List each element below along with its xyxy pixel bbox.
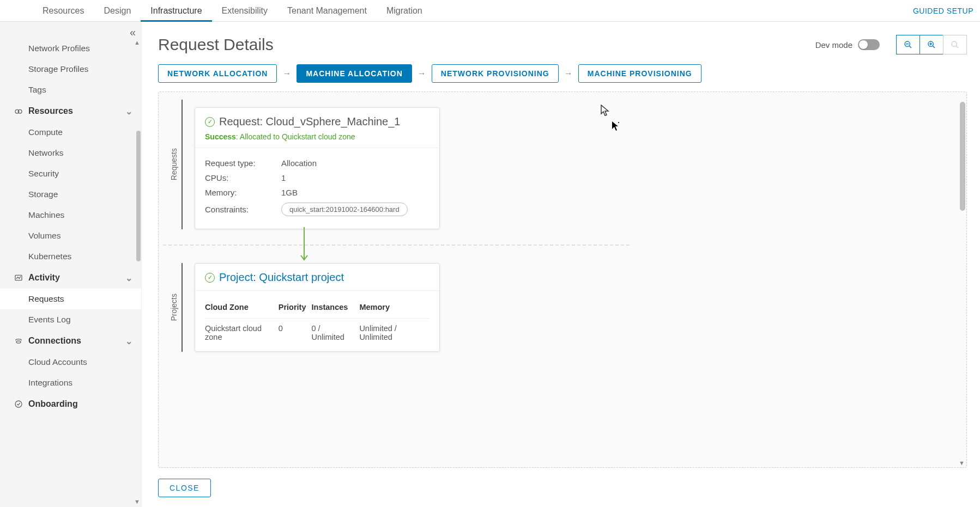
sidebar-item-integrations[interactable]: Integrations [0,372,141,393]
sidebar-item-storage-profiles[interactable]: Storage Profiles [0,59,141,80]
success-check-icon [205,273,215,283]
connections-icon [13,335,24,346]
arrow-right-icon: → [282,69,291,78]
zoom-in-icon [927,40,936,49]
sidebar-item-events-log[interactable]: Events Log [0,309,141,330]
col-cloud-zone: Cloud Zone [205,298,279,319]
svg-point-11 [952,41,957,46]
scroll-down-icon[interactable]: ▼ [134,498,140,505]
sidebar-item-kubernetes[interactable]: Kubernetes [0,246,141,267]
page-title: Request Details [158,35,274,54]
zoom-out-button[interactable] [896,35,920,54]
canvas-scrollbar[interactable] [960,102,965,211]
request-card-title: Request: Cloud_vSphere_Machine_1 [219,115,400,128]
sidebar-group-resources[interactable]: Resources ⌄ [0,100,141,122]
chevron-down-icon: ⌄ [125,336,132,346]
request-status: Success: Allocated to Quickstart cloud z… [205,132,429,141]
phase-chips: NETWORK ALLOCATION → MACHINE ALLOCATION … [158,64,967,83]
sidebar-item-cloud-accounts[interactable]: Cloud Accounts [0,352,141,372]
arrow-right-icon: → [418,69,426,78]
arrow-right-icon: → [564,69,573,78]
project-card: Project: Quickstart project Cloud Zone P… [195,263,440,352]
project-card-title-link[interactable]: Project: Quickstart project [219,271,344,284]
chevron-down-icon: ⌄ [125,106,132,117]
zoom-controls [896,35,967,54]
cell-instances: 0 / Unlimited [312,319,360,342]
col-priority: Priority [279,298,312,319]
sidebar-group-connections[interactable]: Connections ⌄ [0,330,141,352]
constraint-pill: quick_start:20191002-164600:hard [281,203,408,216]
flow-canvas: ▼ Requests Request: Cloud_vSphere_Machin… [158,91,967,468]
table-row: Quickstart cloud zone 0 0 / Unlimited Un… [205,319,429,342]
sidebar-group-label: Resources [28,106,73,116]
chevron-down-icon: ⌄ [125,273,132,283]
flow-connector-icon [299,227,309,263]
sidebar-item-network-profiles[interactable]: Network Profiles [0,38,141,59]
close-button[interactable]: CLOSE [158,479,211,497]
label-cpus: CPUs: [205,173,281,182]
dev-mode-toggle[interactable] [858,39,880,50]
value-request-type: Allocation [281,158,317,168]
onboarding-icon [13,399,24,410]
sidebar-item-volumes[interactable]: Volumes [0,225,141,246]
resources-icon [13,106,24,117]
project-zone-table: Cloud Zone Priority Instances Memory Qui… [205,298,429,341]
sidebar: « Network Profiles Storage Profiles Tags… [0,22,142,507]
tab-resources[interactable]: Resources [33,0,94,22]
value-cpus: 1 [281,173,286,182]
sidebar-item-machines[interactable]: Machines [0,205,141,225]
request-card: Request: Cloud_vSphere_Machine_1 Success… [195,107,440,229]
sidebar-group-label: Activity [28,273,60,283]
sidebar-item-tags[interactable]: Tags [0,80,141,100]
zoom-in-button[interactable] [919,35,943,54]
chip-machine-allocation[interactable]: MACHINE ALLOCATION [297,64,412,83]
guided-setup-link[interactable]: GUIDED SETUP [913,7,973,15]
svg-line-6 [909,46,911,48]
zoom-reset-button [943,35,967,54]
sidebar-item-compute[interactable]: Compute [0,122,141,143]
lane-label-projects: Projects [166,263,183,352]
sidebar-group-activity[interactable]: Activity ⌄ [0,267,141,289]
tab-migration[interactable]: Migration [377,0,432,22]
value-memory: 1GB [281,188,298,197]
top-nav: Resources Design Infrastructure Extensib… [0,0,980,22]
label-memory: Memory: [205,188,281,197]
tab-tenant-management[interactable]: Tenant Management [277,0,377,22]
cell-cloud-zone: Quickstart cloud zone [205,319,279,342]
sidebar-item-requests[interactable]: Requests [0,289,141,309]
sidebar-scrollbar[interactable] [136,44,141,485]
tab-infrastructure[interactable]: Infrastructure [141,0,211,22]
scroll-down-icon[interactable]: ▼ [959,460,965,466]
chip-machine-provisioning[interactable]: MACHINE PROVISIONING [578,64,701,83]
main-content: Request Details Dev mode NETW [142,22,980,507]
lane-divider [163,245,630,246]
activity-icon [13,272,24,283]
chip-network-allocation[interactable]: NETWORK ALLOCATION [158,64,277,83]
cell-priority: 0 [279,319,312,342]
success-check-icon [205,117,215,127]
svg-point-3 [15,401,22,407]
sidebar-item-networks[interactable]: Networks [0,143,141,163]
lane-label-requests: Requests [166,100,183,229]
zoom-icon [951,40,959,49]
dev-mode-label: Dev mode [815,40,852,50]
sidebar-group-label: Onboarding [28,399,78,409]
sidebar-item-security[interactable]: Security [0,163,141,184]
col-memory: Memory [359,298,429,319]
svg-line-10 [933,46,935,48]
chip-network-provisioning[interactable]: NETWORK PROVISIONING [432,64,559,83]
cell-memory: Unlimited / Unlimited [359,319,429,342]
tab-extensibility[interactable]: Extensibility [212,0,277,22]
sidebar-group-onboarding[interactable]: Onboarding [0,393,141,415]
svg-line-12 [956,46,958,48]
label-request-type: Request type: [205,158,281,168]
zoom-out-icon [904,40,912,49]
sidebar-item-storage[interactable]: Storage [0,184,141,205]
label-constraints: Constraints: [205,205,281,214]
sidebar-group-label: Connections [28,336,81,346]
col-instances: Instances [312,298,360,319]
tab-design[interactable]: Design [94,0,141,22]
